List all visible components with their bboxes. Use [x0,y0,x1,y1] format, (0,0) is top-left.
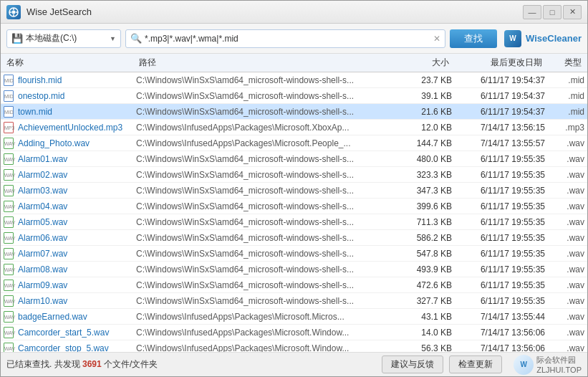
file-name: town.mid [18,107,136,117]
file-size: 347.3 KB [387,186,452,196]
table-row[interactable]: WAVCamcorder_stop_5.wavC:\Windows\Infuse… [1,340,587,352]
table-row[interactable]: WAVAdding_Photo.wavC:\Windows\InfusedApp… [1,135,587,151]
file-list[interactable]: MIDflourish.midC:\Windows\WinSxS\amd64_m… [1,72,587,352]
col-header-size[interactable]: 大小 [387,57,452,69]
file-name: Alarm05.wav [18,217,136,227]
file-type-icon: WAV [4,216,15,228]
table-row[interactable]: WAVAlarm06.wavC:\Windows\WinSxS\amd64_mi… [1,230,587,246]
window-title: Wise JetSearch [26,6,523,17]
file-type-icon: MID [4,75,15,86]
column-headers: 名称 路径 大小 最后更改日期 类型 [1,54,587,72]
table-row[interactable]: MIDonestop.midC:\Windows\WinSxS\amd64_mi… [1,88,587,104]
table-row[interactable]: WAVAlarm04.wavC:\Windows\WinSxS\amd64_mi… [1,199,587,214]
table-row[interactable]: WAVbadgeEarned.wavC:\Windows\InfusedApps… [1,309,587,325]
main-window: Wise JetSearch — □ ✕ 💾 本地磁盘(C:\) ▼ 🔍 ✕ 查… [0,0,588,377]
file-size: 144.7 KB [387,138,452,148]
table-row[interactable]: WAVAlarm02.wavC:\Windows\WinSxS\amd64_mi… [1,167,587,183]
file-size: 327.7 KB [387,296,452,306]
file-size: 14.0 KB [387,328,452,338]
file-size: 43.1 KB [387,312,452,322]
file-path: C:\Windows\WinSxS\amd64_microsoft-window… [136,75,387,85]
col-header-type[interactable]: 类型 [545,57,584,69]
minimize-button[interactable]: — [523,5,541,19]
table-row[interactable]: WAVAlarm03.wavC:\Windows\WinSxS\amd64_mi… [1,183,587,199]
status-count: 3691 [82,359,102,369]
file-type-icon: MID [4,90,15,102]
file-extension: .wav [545,154,584,164]
brand-area: W WiseCleaner [504,30,582,47]
file-type-icon: WAV [4,295,15,307]
file-extension: .wav [545,249,584,259]
feedback-button[interactable]: 建议与反馈 [382,355,443,373]
file-name: badgeEarned.wav [18,312,136,322]
table-row[interactable]: MIDflourish.midC:\Windows\WinSxS\amd64_m… [1,72,587,88]
file-name: onestop.mid [18,91,136,101]
file-name: Alarm03.wav [18,186,136,196]
search-clear-button[interactable]: ✕ [433,34,440,44]
drive-dropdown-arrow: ▼ [110,35,116,42]
file-date: 6/11/17 19:55:35 [452,201,545,211]
table-row[interactable]: WAVAlarm09.wavC:\Windows\WinSxS\amd64_mi… [1,277,587,293]
file-extension: .wav [545,296,584,306]
file-size: 12.0 KB [387,123,452,133]
file-type-icon: WAV [4,169,15,181]
col-header-name[interactable]: 名称 [4,57,136,69]
file-path: C:\Windows\WinSxS\amd64_microsoft-window… [136,233,387,243]
update-button[interactable]: 检查更新 [449,355,502,373]
file-date: 6/11/17 19:55:35 [452,170,545,180]
file-size: 472.6 KB [387,280,452,290]
file-date: 6/11/17 19:55:35 [452,186,545,196]
file-name: Camcorder_stop_5.wav [18,343,136,353]
file-path: C:\Windows\WinSxS\amd64_microsoft-window… [136,186,387,196]
file-name: Alarm08.wav [18,264,136,275]
maximize-button[interactable]: □ [543,5,562,19]
file-path: C:\Windows\WinSxS\amd64_microsoft-window… [136,201,387,211]
file-type-icon: WAV [4,264,15,275]
app-icon [6,5,21,19]
file-extension: .wav [545,217,584,227]
toolbar: 💾 本地磁盘(C:\) ▼ 🔍 ✕ 查找 W WiseCleaner [1,24,587,54]
status-suffix: 个文件/文件夹 [104,359,158,369]
col-header-path[interactable]: 路径 [136,57,387,69]
file-size: 21.6 KB [387,107,452,117]
file-path: C:\Windows\InfusedApps\Packages\Microsof… [136,343,387,353]
file-path: C:\Windows\WinSxS\amd64_microsoft-window… [136,249,387,259]
file-date: 6/11/17 19:55:35 [452,233,545,243]
file-path: C:\Windows\InfusedApps\Packages\Microsof… [136,312,387,322]
file-path: C:\Windows\WinSxS\amd64_microsoft-window… [136,264,387,275]
file-path: C:\Windows\WinSxS\amd64_microsoft-window… [136,170,387,180]
file-size: 480.0 KB [387,154,452,164]
table-row[interactable]: WAVAlarm08.wavC:\Windows\WinSxS\amd64_mi… [1,262,587,277]
status-bar: 已结束查找. 共发现 3691 个文件/文件夹 建议与反馈 检查更新 W 际会软… [1,352,587,376]
search-input[interactable] [145,34,430,44]
file-date: 7/14/17 13:55:57 [452,138,545,148]
table-row[interactable]: WAVCamcorder_start_5.wavC:\Windows\Infus… [1,325,587,340]
file-extension: .wav [545,186,584,196]
file-type-icon: WAV [4,138,15,149]
table-row[interactable]: WAVAlarm07.wavC:\Windows\WinSxS\amd64_mi… [1,246,587,262]
table-row[interactable]: WAVAlarm10.wavC:\Windows\WinSxS\amd64_mi… [1,293,587,309]
col-header-date[interactable]: 最后更改日期 [452,57,545,69]
file-size: 493.9 KB [387,264,452,275]
search-button[interactable]: 查找 [450,29,497,48]
file-extension: .wav [545,328,584,338]
file-name: Alarm06.wav [18,233,136,243]
file-date: 6/11/17 19:55:35 [452,280,545,290]
file-date: 6/11/17 19:55:35 [452,296,545,306]
table-row[interactable]: WAVAlarm05.wavC:\Windows\WinSxS\amd64_mi… [1,214,587,230]
file-date: 7/14/17 13:56:06 [452,328,545,338]
file-date: 7/14/17 13:56:15 [452,123,545,133]
file-extension: .wav [545,138,584,148]
file-size: 23.7 KB [387,75,452,85]
file-type-icon: WAV [4,232,15,244]
file-type-icon: WAV [4,248,15,259]
file-path: C:\Windows\WinSxS\amd64_microsoft-window… [136,91,387,101]
table-row[interactable]: MIDtown.midC:\Windows\WinSxS\amd64_micro… [1,104,587,120]
brand-text: WiseCleaner [526,33,582,44]
drive-selector[interactable]: 💾 本地磁盘(C:\) ▼ [6,29,121,48]
table-row[interactable]: MP3AchievementUnlocked.mp3C:\Windows\Inf… [1,120,587,135]
file-path: C:\Windows\WinSxS\amd64_microsoft-window… [136,296,387,306]
file-path: C:\Windows\InfusedApps\Packages\Microsof… [136,123,387,133]
close-button[interactable]: ✕ [563,5,582,19]
table-row[interactable]: WAVAlarm01.wavC:\Windows\WinSxS\amd64_mi… [1,151,587,167]
